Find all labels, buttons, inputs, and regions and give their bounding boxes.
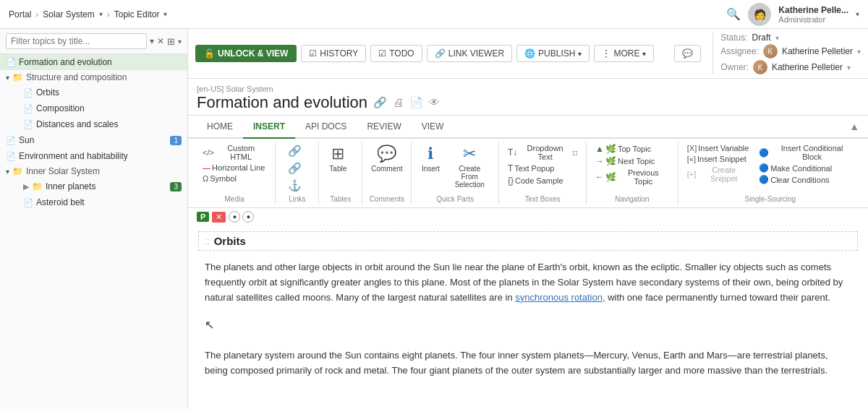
drag-handle-icon[interactable]: :: xyxy=(205,236,210,246)
variable-icon: [X] xyxy=(687,144,697,152)
single-sourcing-col2: 🔵 Insert Conditional Block 🔵 Make Condit… xyxy=(756,143,856,185)
solar-system-link[interactable]: Solar System xyxy=(43,9,94,20)
anchor-button[interactable]: ⚓ xyxy=(281,178,307,194)
top-topic-button[interactable]: ▲ 🌿 Top Topic xyxy=(592,143,672,155)
sidebar-item-formation[interactable]: 📄 Formation and evolution xyxy=(0,54,187,70)
collapse-ribbon-icon[interactable]: ▲ xyxy=(849,121,859,132)
ribbon: </> Custom HTML — Horizontal Line Ω Symb… xyxy=(188,139,868,208)
make-conditional-button[interactable]: 🔵 Make Conditional xyxy=(756,163,856,173)
filter-icon[interactable]: ▾ xyxy=(150,36,154,46)
more-button[interactable]: ⋮ MORE ▾ xyxy=(594,45,654,62)
owner-chevron[interactable]: ▾ xyxy=(847,64,851,72)
sidebar-group-structure[interactable]: ▾ 📁 Structure and composition xyxy=(0,70,187,85)
cursor-area: ↖ xyxy=(205,314,851,335)
create-from-button[interactable]: ✂ Create FromSelection xyxy=(446,143,493,190)
tab-insert[interactable]: INSERT xyxy=(243,116,295,139)
chain-link-icon[interactable]: 🔗 xyxy=(373,96,387,109)
paragraph-2: The planetary system around the Sun cont… xyxy=(205,348,851,379)
previous-topic-button[interactable]: ← 🌿 Previous Topic xyxy=(592,168,672,186)
leaf-icon2: 🌿 xyxy=(605,156,616,166)
sidebar-item-label: Sun xyxy=(19,135,167,145)
chevron-down-icon[interactable]: ▾ xyxy=(178,38,182,46)
horizontal-line-button[interactable]: — Horizontal Line xyxy=(200,163,269,173)
leaf-icon: 🌿 xyxy=(605,144,616,154)
mini-icon-1[interactable]: ● xyxy=(229,211,240,223)
solar-system-dropdown[interactable]: ▾ xyxy=(99,10,103,18)
create-snippet-button[interactable]: [+] Create Snippet xyxy=(684,165,753,184)
scissors-icon: ✂ xyxy=(463,145,476,163)
assignee-chevron[interactable]: ▾ xyxy=(857,48,861,56)
assignee-avatar: K xyxy=(763,44,778,59)
ribbon-group-tables: ⊞ Table Tables xyxy=(319,142,362,204)
portal-link[interactable]: Portal xyxy=(9,9,31,20)
print-icon[interactable]: 🖨 xyxy=(393,96,404,109)
links-group-label: Links xyxy=(281,195,312,203)
link-button-2[interactable]: 🔗 xyxy=(281,160,307,176)
symbol-button[interactable]: Ω Symbol xyxy=(200,173,269,184)
more-icon: ⋮ xyxy=(602,48,610,59)
textboxes-items: T↓ Dropdown Text □ T Text Popup {} Code … xyxy=(505,143,580,186)
comment-button[interactable]: 💬 xyxy=(674,45,701,62)
top-nav: Portal › Solar System ▾ › Topic Editor ▾… xyxy=(0,0,868,29)
insert-conditional-block-button[interactable]: 🔵 Insert Conditional Block xyxy=(756,143,856,162)
sidebar-item-composition[interactable]: 📄 Composition xyxy=(0,100,187,116)
sidebar-item-environment[interactable]: 📄 Environment and habitability xyxy=(0,148,187,164)
top-nav-right: 🔍 🧑 Katherine Pelle... Administrator ▾ xyxy=(726,3,859,26)
next-topic-button[interactable]: → 🌿 Next Topic xyxy=(592,155,672,167)
tab-view[interactable]: VIEW xyxy=(412,116,454,139)
sidebar-item-sun[interactable]: 📄 Sun 1 xyxy=(0,132,187,148)
paragraph-2-block[interactable]: The planetary system around the Sun cont… xyxy=(198,345,858,391)
editor-wrapper: P ✕ ● ● :: Orbits The planets and other … xyxy=(188,208,868,409)
media-group-label: Media xyxy=(200,195,269,203)
filter-input[interactable] xyxy=(6,33,147,49)
preview-icon[interactable]: 👁 xyxy=(429,96,440,109)
sidebar-item-orbits[interactable]: 📄 Orbits xyxy=(0,85,187,100)
insert-button[interactable]: ℹ Insert xyxy=(417,143,443,174)
sidebar-item-inner-planets[interactable]: ▶ 📁 Inner planets 3 xyxy=(0,178,187,194)
clear-conditions-button[interactable]: 🔵 Clear Conditions xyxy=(756,174,856,185)
text-popup-button[interactable]: T Text Popup xyxy=(505,163,580,174)
table-button[interactable]: ⊞ Table xyxy=(325,143,351,174)
sidebar-item-asteroid[interactable]: 📄 Asteroid belt xyxy=(0,194,187,210)
sidebar-filter: ▾ ✕ ⊞ ▾ xyxy=(0,29,187,54)
assignee-row: Assignee: K Katherine Pelletier ▾ xyxy=(720,44,861,59)
topic-editor-dropdown[interactable]: ▾ xyxy=(163,10,167,18)
insert-snippet-button[interactable]: [«] Insert Snippet xyxy=(684,154,753,164)
arrow-right-icon: → xyxy=(595,156,604,166)
sidebar-item-distances[interactable]: 📄 Distances and scales xyxy=(0,116,187,132)
view-options-icon[interactable]: ⊞ xyxy=(167,36,175,47)
synchronous-rotation-link[interactable]: synchronous rotation, xyxy=(515,292,605,303)
status-chevron[interactable]: ▾ xyxy=(775,34,779,42)
dropdown-text-button[interactable]: T↓ Dropdown Text □ xyxy=(505,143,580,162)
heading-block: :: Orbits xyxy=(198,231,858,251)
todo-button[interactable]: ☑ TODO xyxy=(370,45,422,62)
inner-planets-badge: 3 xyxy=(170,182,182,191)
unlock-view-button[interactable]: 🔓 UNLOCK & VIEW xyxy=(195,45,297,62)
custom-html-button[interactable]: </> Custom HTML xyxy=(200,143,269,162)
mini-icon-2[interactable]: ● xyxy=(242,211,254,223)
sidebar-item-label: Inner planets xyxy=(46,181,167,191)
pdf-icon[interactable]: 📄 xyxy=(409,96,423,109)
user-dropdown-arrow[interactable]: ▾ xyxy=(856,10,859,18)
publish-button[interactable]: 🌐 PUBLISH ▾ xyxy=(516,45,590,62)
tab-home[interactable]: HOME xyxy=(197,116,243,139)
insert-variable-button[interactable]: [X] Insert Variable xyxy=(684,143,753,153)
comment-button-ribbon[interactable]: 💬 Comment xyxy=(368,143,405,174)
lock-icon: 🔓 xyxy=(204,48,215,59)
navigation-group-label: Navigation xyxy=(592,195,672,203)
code-icon: </> xyxy=(203,148,214,157)
close-tag[interactable]: ✕ xyxy=(212,212,226,223)
topic-editor-link[interactable]: Topic Editor xyxy=(114,9,160,20)
link-viewer-button[interactable]: 🔗 LINK VIEWER xyxy=(427,45,512,62)
tab-api-docs[interactable]: API DOCS xyxy=(295,116,357,139)
paragraph-1-block[interactable]: The planets and other large objects in o… xyxy=(198,257,858,339)
history-button[interactable]: ☑ HISTORY xyxy=(301,45,366,62)
tab-review[interactable]: REVIEW xyxy=(357,116,411,139)
clear-filter-icon[interactable]: ✕ xyxy=(157,36,164,46)
sidebar-group-inner-solar[interactable]: ▾ 📁 Inner Solar System xyxy=(0,164,187,178)
link-button-1[interactable]: 🔗 xyxy=(281,143,307,159)
code-sample-button[interactable]: {} Code Sample xyxy=(505,175,580,186)
paragraph-1: The planets and other large objects in o… xyxy=(205,260,851,305)
status-value: Draft xyxy=(752,33,771,43)
search-button[interactable]: 🔍 xyxy=(726,7,741,21)
